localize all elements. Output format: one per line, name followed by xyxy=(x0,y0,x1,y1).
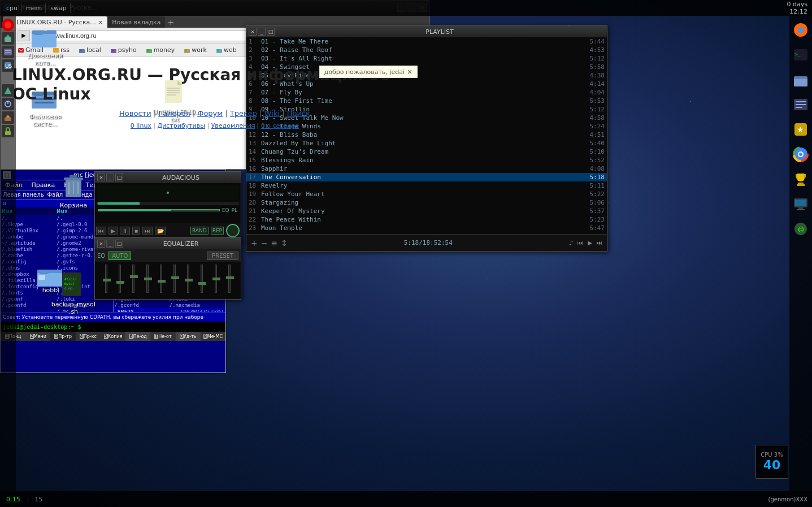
audacious-rand-btn[interactable]: RAND xyxy=(190,227,209,235)
mc-fn-btn-9[interactable]: 9Ме-MC xyxy=(201,332,225,341)
mc-fn-btn-3[interactable]: 3Пр-тр xyxy=(50,332,75,341)
eq-slider-thumb[interactable] xyxy=(158,280,166,283)
eq-slider-band-3[interactable] xyxy=(144,265,151,296)
eq-slider-thumb[interactable] xyxy=(103,279,111,281)
eq-slider-band-7[interactable] xyxy=(198,265,206,296)
eq-slider-band-9[interactable] xyxy=(225,265,233,296)
eq-max-btn[interactable]: □ xyxy=(115,240,123,248)
audacious-progress-bar[interactable] xyxy=(97,202,238,205)
playlist-track-row[interactable]: 303 - It's All Right5:12 xyxy=(246,54,607,63)
mc-fn-btn-5[interactable]: 5Копия xyxy=(101,332,125,341)
playlist-list-btn[interactable]: ≡ xyxy=(271,239,277,248)
audacious-play-btn[interactable]: ▶ xyxy=(108,227,118,235)
site-nav-search[interactable]: Поиск xyxy=(287,109,310,118)
audacious-stop-btn[interactable]: ■ xyxy=(132,227,140,235)
playlist-track-row[interactable]: 1212 - Bliss Baba4:51 xyxy=(246,131,607,139)
desktop-icon-home[interactable]: Домашний ката... xyxy=(23,23,68,67)
playlist-track-row[interactable]: 22The Peace Within5:23 xyxy=(246,215,607,224)
playlist-track-row[interactable]: 101 - Take Me There5:44 xyxy=(246,37,607,46)
left-icon-2[interactable] xyxy=(2,32,14,45)
eq-slider-thumb[interactable] xyxy=(198,282,206,285)
sidebar-files-icon[interactable] xyxy=(791,70,811,90)
playlist-track-row[interactable]: 20Stargazing5:06 xyxy=(246,198,607,207)
playlist-max-btn[interactable]: □ xyxy=(267,28,275,36)
eq-slider-band-0[interactable] xyxy=(102,265,110,296)
eq-preset-btn[interactable]: PRESET xyxy=(207,252,238,260)
eq-slider-thumb[interactable] xyxy=(171,276,179,279)
bookmark-local[interactable]: local xyxy=(75,45,105,55)
site-nav-wiki[interactable]: Wiki xyxy=(264,109,280,118)
left-icon-5[interactable] xyxy=(2,84,14,97)
playlist-track-row[interactable]: 15Blessings Rain5:52 xyxy=(246,156,607,164)
playlist-play-icon[interactable]: ▶ xyxy=(588,240,592,246)
site-subnav-server[interactable]: 0 о сервере xyxy=(261,122,299,129)
sidebar-firefox-icon[interactable] xyxy=(791,20,811,40)
mc-fn-btn-8[interactable]: 8Уд-ть xyxy=(176,332,201,341)
desktop-icon-trash[interactable]: Корзина xyxy=(51,172,96,209)
sidebar-extra1-icon[interactable]: @ xyxy=(791,219,811,239)
eq-close-btn[interactable]: × xyxy=(97,240,105,248)
mc-fn-btn-7[interactable]: 7Не-от xyxy=(150,332,175,341)
mc-fn-btn-4[interactable]: 4Пр-кс xyxy=(76,332,101,341)
audacious-min-btn[interactable]: _ xyxy=(106,174,114,181)
mc-cmd-input[interactable] xyxy=(81,324,223,330)
playlist-track-row[interactable]: 14Chuang Tzu's Dream5:10 xyxy=(246,148,607,156)
mc-cmd-line[interactable]: jedai@jedai-desktop:~ $ xyxy=(1,322,225,332)
eq-slider-band-6[interactable] xyxy=(184,265,192,296)
site-subnav-notif[interactable]: Уведомления xyxy=(211,122,255,129)
playlist-track-row[interactable]: 21Keeper Of Mystery5:37 xyxy=(246,207,607,215)
eq-slider-band-8[interactable] xyxy=(212,265,220,296)
eq-slider-band-4[interactable] xyxy=(157,265,165,296)
bookmark-work[interactable]: work xyxy=(180,45,210,55)
site-nav-tracker[interactable]: Трекер xyxy=(230,109,257,118)
welcome-close-btn[interactable]: × xyxy=(407,68,412,76)
playlist-track-row[interactable]: 17The Conversation5:18 xyxy=(246,173,607,181)
site-nav-news[interactable]: Новости xyxy=(119,109,151,118)
eq-slider-thumb[interactable] xyxy=(226,276,234,279)
desktop-icon-hobbl2[interactable]: hobbl xyxy=(28,264,73,294)
playlist-next-icon[interactable]: ⏭ xyxy=(597,240,602,246)
eq-slider-thumb[interactable] xyxy=(144,278,152,280)
audacious-pause-btn[interactable]: ⏸ xyxy=(120,227,130,235)
browser-tab-close-btn[interactable]: × xyxy=(98,19,103,25)
playlist-track-row[interactable]: 24Calling Wisdom5:33 xyxy=(246,232,607,234)
site-nav-gallery[interactable]: Галерея xyxy=(158,109,190,118)
left-icon-4[interactable]: US xyxy=(2,59,14,72)
playlist-add-btn[interactable]: + xyxy=(251,239,258,248)
audacious-next-btn[interactable]: ⏭ xyxy=(142,227,153,235)
sidebar-settings-icon[interactable] xyxy=(791,94,811,115)
playlist-close-btn[interactable]: × xyxy=(249,28,257,36)
left-icon-6[interactable] xyxy=(2,98,14,110)
audacious-titlebar[interactable]: × _ □ AUDACIOUS xyxy=(95,172,241,183)
sidebar-trophy-icon[interactable] xyxy=(791,169,811,189)
audacious-open-btn[interactable]: 📂 xyxy=(155,227,166,235)
playlist-prev-icon[interactable]: ⏮ xyxy=(577,240,583,246)
playlist-track-row[interactable]: 202 - Raise The Roof4:53 xyxy=(246,46,607,54)
sidebar-app1-icon[interactable]: ★ xyxy=(791,119,811,140)
mc-file-row[interactable]: /.gconfd/.macmedia xyxy=(114,302,226,308)
audacious-max-btn[interactable]: □ xyxy=(115,174,123,181)
bookmark-psyho[interactable]: psyho xyxy=(107,45,140,55)
mc-fn-btn-6[interactable]: 6Пе-од xyxy=(125,332,150,341)
playlist-track-row[interactable]: 16Sapphir4:08 xyxy=(246,164,607,173)
eq-slider-thumb[interactable] xyxy=(116,281,124,284)
left-icon-7[interactable] xyxy=(2,111,14,124)
playlist-track-row[interactable]: 19Follow Your Heart5:22 xyxy=(246,190,607,198)
audacious-rep-btn[interactable]: REP xyxy=(211,227,224,235)
audacious-close-btn[interactable]: × xyxy=(97,174,105,181)
audacious-prev-btn[interactable]: ⏮ xyxy=(96,227,106,235)
left-icon-3[interactable] xyxy=(2,46,14,58)
bookmark-web[interactable]: web xyxy=(212,45,240,55)
equalizer-titlebar[interactable]: × _ □ EQUALIZER xyxy=(95,238,241,249)
sidebar-chrome-icon[interactable] xyxy=(791,144,811,164)
eq-slider-thumb[interactable] xyxy=(212,278,220,280)
sidebar-terminal-icon[interactable]: >_ xyxy=(791,45,811,65)
playlist-track-row[interactable]: 13Dazzled By The Light5:40 xyxy=(246,139,607,148)
playlist-track-row[interactable]: 23Moon Temple5:47 xyxy=(246,224,607,232)
bookmark-money[interactable]: money xyxy=(142,45,179,55)
playlist-track-row[interactable]: 18Revelry5:11 xyxy=(246,181,607,190)
browser-tab-newtab[interactable]: Новая вкладка xyxy=(107,16,165,28)
eq-min-btn[interactable]: _ xyxy=(106,240,114,248)
eq-slider-thumb[interactable] xyxy=(185,279,193,281)
eq-slider-thumb[interactable] xyxy=(130,275,138,278)
